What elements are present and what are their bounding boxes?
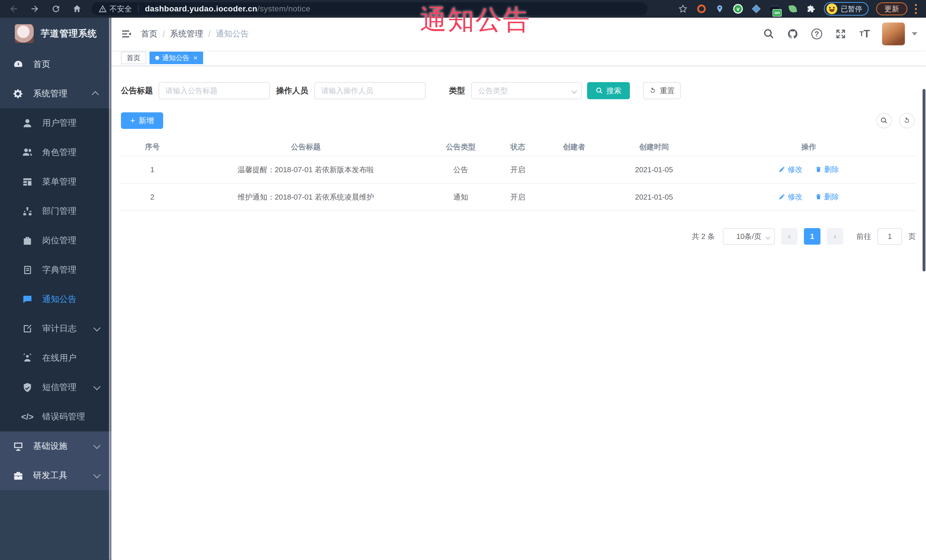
sidebar-item-dev-tool[interactable]: 研发工具	[0, 461, 111, 490]
page-unit-label: 页	[908, 231, 916, 242]
leaf-extension-icon[interactable]	[787, 3, 798, 14]
back-icon[interactable]	[8, 3, 20, 15]
sidebar-item-error-code[interactable]: </>错误码管理	[0, 402, 111, 432]
update-button[interactable]: 更新	[876, 2, 908, 15]
sidebar-item-label: 系统管理	[33, 88, 67, 100]
sidebar-item-audit-log[interactable]: 审计日志	[0, 314, 111, 343]
table-cell: 公告	[428, 165, 493, 175]
table-cell: 开启	[493, 192, 542, 202]
sidebar-scrollbar[interactable]	[109, 18, 111, 560]
delete-button[interactable]: 删除	[815, 192, 839, 202]
column-header: 状态	[493, 142, 542, 152]
pin-extension-icon[interactable]	[714, 3, 725, 14]
search-button[interactable]: 搜索	[587, 82, 630, 99]
edit-button[interactable]: 修改	[779, 192, 802, 202]
sidebar-item-label: 短信管理	[42, 382, 76, 393]
green-extension-icon[interactable]: v	[732, 3, 743, 14]
table-header-row: 序号公告标题公告类型状态创建者创建时间操作	[121, 138, 916, 156]
github-icon[interactable]	[786, 27, 799, 41]
breadcrumb-home[interactable]: 首页	[141, 28, 157, 40]
sidebar-item-home[interactable]: 首页	[0, 50, 111, 79]
tab-notice[interactable]: 通知公告 ×	[150, 51, 203, 64]
hamburger-icon[interactable]	[120, 27, 133, 41]
extension-icon[interactable]	[696, 3, 707, 14]
profile-label: 已暂停	[841, 4, 862, 14]
title-filter-input[interactable]	[159, 82, 270, 99]
extensions-puzzle-icon[interactable]	[806, 3, 817, 14]
chevron-down-icon[interactable]	[912, 32, 917, 36]
browser-menu-icon[interactable]	[915, 4, 918, 14]
diamond-extension-icon[interactable]	[751, 3, 762, 14]
sidebar-item-infra[interactable]: 基础设施	[0, 432, 111, 461]
sidebar-item-notice[interactable]: 通知公告	[0, 285, 111, 314]
sidebar-item-online-user[interactable]: 在线用户	[0, 343, 111, 373]
add-button[interactable]: + 新增	[121, 112, 163, 129]
security-warning[interactable]: 不安全	[99, 4, 132, 14]
operations-cell: 修改删除	[702, 192, 916, 202]
title-filter-label: 公告标题	[121, 85, 153, 96]
sidebar-item-system[interactable]: 系统管理	[0, 79, 111, 108]
sidebar-item-label: 菜单管理	[42, 176, 76, 188]
message-icon	[21, 293, 34, 306]
chevron-down-icon	[93, 324, 100, 331]
fullscreen-icon[interactable]	[834, 27, 847, 41]
goto-page-input[interactable]	[878, 228, 902, 245]
sidebar-item-role[interactable]: 角色管理	[0, 138, 111, 167]
next-page-button[interactable]: ›	[827, 228, 843, 245]
logo-row[interactable]: 芋道管理系统	[0, 18, 111, 50]
plus-icon: +	[130, 116, 135, 125]
url-bar[interactable]: 不安全 dashboard.yudao.iocoder.cn/system/no…	[91, 2, 648, 15]
search-icon[interactable]	[762, 27, 775, 41]
sidebar-item-sms[interactable]: 短信管理	[0, 373, 111, 402]
forward-icon[interactable]	[29, 3, 41, 15]
table-cell: 开启	[493, 165, 542, 175]
page-number-1[interactable]: 1	[804, 228, 820, 245]
type-select-input[interactable]	[471, 82, 582, 99]
edit-button[interactable]: 修改	[779, 165, 802, 175]
help-icon[interactable]: ?	[810, 27, 823, 41]
type-filter-select[interactable]	[465, 82, 582, 99]
prev-page-button[interactable]: ‹	[781, 228, 797, 245]
dict-icon	[21, 264, 34, 276]
sidebar-item-dict[interactable]: 字典管理	[0, 255, 111, 285]
sms-icon	[21, 381, 34, 394]
reload-icon[interactable]	[50, 3, 62, 15]
content-scrollbar[interactable]	[923, 89, 925, 272]
peoples-icon	[21, 146, 34, 159]
sidebar-item-dept[interactable]: 部门管理	[0, 196, 111, 226]
page-size-select[interactable]: 10条/页	[723, 228, 775, 245]
divider	[138, 5, 139, 13]
tab-home[interactable]: 首页	[121, 51, 146, 64]
column-header: 操作	[702, 142, 916, 152]
refresh-icon	[649, 87, 657, 94]
main-area: 首页 / 系统管理 / 通知公告 ? TT 首页	[111, 18, 926, 560]
delete-button[interactable]: 删除	[815, 165, 839, 175]
search-icon	[596, 87, 603, 94]
operator-filter-input[interactable]	[315, 82, 426, 99]
online-icon	[21, 352, 34, 364]
log-icon	[21, 323, 34, 335]
refresh-icon	[903, 117, 911, 124]
sidebar-item-label: 角色管理	[42, 146, 76, 158]
column-header: 公告类型	[428, 142, 493, 152]
font-size-icon[interactable]: TT	[858, 27, 871, 41]
avatar[interactable]	[882, 23, 905, 45]
toggle-search-button[interactable]	[876, 113, 892, 128]
refresh-table-button[interactable]	[899, 113, 915, 128]
profile-chip[interactable]: 已暂停	[824, 2, 869, 16]
sidebar-item-post[interactable]: 岗位管理	[0, 226, 111, 255]
breadcrumb-system[interactable]: 系统管理	[170, 28, 203, 40]
close-icon[interactable]: ×	[194, 54, 197, 61]
switch-extension-icon[interactable]: on	[769, 3, 780, 14]
tool-icon	[12, 469, 24, 482]
table-cell: 维护通知：2018-07-01 若依系统凌晨维护	[184, 192, 428, 202]
table-row: 2维护通知：2018-07-01 若依系统凌晨维护通知开启2021-01-05修…	[121, 184, 916, 211]
reset-button[interactable]: 重置	[643, 82, 681, 99]
sidebar-item-user[interactable]: 用户管理	[0, 108, 111, 138]
post-icon	[21, 234, 34, 247]
filter-form: 公告标题 操作人员 类型 搜索 重置	[121, 82, 916, 99]
gear-icon	[12, 88, 24, 100]
sidebar-item-menu[interactable]: 菜单管理	[0, 167, 111, 196]
home-icon[interactable]	[71, 3, 83, 15]
bookmark-star-icon[interactable]	[677, 3, 688, 15]
